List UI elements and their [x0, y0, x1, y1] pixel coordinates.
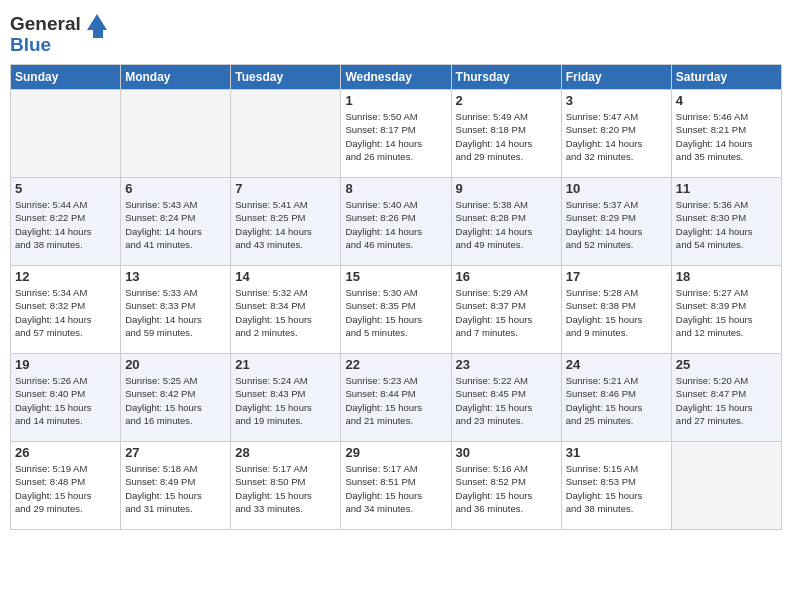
day-info: Sunrise: 5:23 AM Sunset: 8:44 PM Dayligh…	[345, 374, 446, 427]
day-number: 19	[15, 357, 116, 372]
day-info: Sunrise: 5:17 AM Sunset: 8:50 PM Dayligh…	[235, 462, 336, 515]
day-info: Sunrise: 5:50 AM Sunset: 8:17 PM Dayligh…	[345, 110, 446, 163]
day-info: Sunrise: 5:27 AM Sunset: 8:39 PM Dayligh…	[676, 286, 777, 339]
calendar-day-cell: 18Sunrise: 5:27 AM Sunset: 8:39 PM Dayli…	[671, 266, 781, 354]
day-info: Sunrise: 5:29 AM Sunset: 8:37 PM Dayligh…	[456, 286, 557, 339]
header: General Blue	[10, 10, 782, 56]
day-info: Sunrise: 5:36 AM Sunset: 8:30 PM Dayligh…	[676, 198, 777, 251]
calendar-day-cell: 4Sunrise: 5:46 AM Sunset: 8:21 PM Daylig…	[671, 90, 781, 178]
logo: General Blue	[10, 10, 111, 56]
calendar-day-cell: 19Sunrise: 5:26 AM Sunset: 8:40 PM Dayli…	[11, 354, 121, 442]
day-info: Sunrise: 5:47 AM Sunset: 8:20 PM Dayligh…	[566, 110, 667, 163]
calendar-day-cell: 12Sunrise: 5:34 AM Sunset: 8:32 PM Dayli…	[11, 266, 121, 354]
day-info: Sunrise: 5:25 AM Sunset: 8:42 PM Dayligh…	[125, 374, 226, 427]
day-info: Sunrise: 5:38 AM Sunset: 8:28 PM Dayligh…	[456, 198, 557, 251]
day-info: Sunrise: 5:16 AM Sunset: 8:52 PM Dayligh…	[456, 462, 557, 515]
day-number: 11	[676, 181, 777, 196]
day-number: 14	[235, 269, 336, 284]
day-number: 29	[345, 445, 446, 460]
day-number: 16	[456, 269, 557, 284]
calendar-day-cell: 7Sunrise: 5:41 AM Sunset: 8:25 PM Daylig…	[231, 178, 341, 266]
page: General Blue SundayMondayTuesdayWednesda…	[0, 0, 792, 612]
calendar-day-cell: 5Sunrise: 5:44 AM Sunset: 8:22 PM Daylig…	[11, 178, 121, 266]
logo-icon	[83, 10, 111, 38]
calendar-table: SundayMondayTuesdayWednesdayThursdayFrid…	[10, 64, 782, 530]
calendar-day-cell: 2Sunrise: 5:49 AM Sunset: 8:18 PM Daylig…	[451, 90, 561, 178]
day-info: Sunrise: 5:46 AM Sunset: 8:21 PM Dayligh…	[676, 110, 777, 163]
calendar-day-cell: 1Sunrise: 5:50 AM Sunset: 8:17 PM Daylig…	[341, 90, 451, 178]
calendar-day-cell: 3Sunrise: 5:47 AM Sunset: 8:20 PM Daylig…	[561, 90, 671, 178]
calendar-day-cell: 23Sunrise: 5:22 AM Sunset: 8:45 PM Dayli…	[451, 354, 561, 442]
day-number: 8	[345, 181, 446, 196]
day-number: 21	[235, 357, 336, 372]
day-number: 27	[125, 445, 226, 460]
day-info: Sunrise: 5:20 AM Sunset: 8:47 PM Dayligh…	[676, 374, 777, 427]
calendar-day-cell: 13Sunrise: 5:33 AM Sunset: 8:33 PM Dayli…	[121, 266, 231, 354]
day-number: 12	[15, 269, 116, 284]
day-number: 2	[456, 93, 557, 108]
calendar-day-cell: 16Sunrise: 5:29 AM Sunset: 8:37 PM Dayli…	[451, 266, 561, 354]
logo-general-text: General	[10, 13, 81, 35]
calendar-day-cell	[231, 90, 341, 178]
calendar-day-cell: 11Sunrise: 5:36 AM Sunset: 8:30 PM Dayli…	[671, 178, 781, 266]
day-info: Sunrise: 5:34 AM Sunset: 8:32 PM Dayligh…	[15, 286, 116, 339]
day-number: 28	[235, 445, 336, 460]
day-number: 3	[566, 93, 667, 108]
day-info: Sunrise: 5:33 AM Sunset: 8:33 PM Dayligh…	[125, 286, 226, 339]
calendar-day-cell: 17Sunrise: 5:28 AM Sunset: 8:38 PM Dayli…	[561, 266, 671, 354]
day-number: 30	[456, 445, 557, 460]
calendar-day-cell: 30Sunrise: 5:16 AM Sunset: 8:52 PM Dayli…	[451, 442, 561, 530]
day-info: Sunrise: 5:30 AM Sunset: 8:35 PM Dayligh…	[345, 286, 446, 339]
day-info: Sunrise: 5:44 AM Sunset: 8:22 PM Dayligh…	[15, 198, 116, 251]
day-number: 31	[566, 445, 667, 460]
day-header-tuesday: Tuesday	[231, 65, 341, 90]
calendar-day-cell: 14Sunrise: 5:32 AM Sunset: 8:34 PM Dayli…	[231, 266, 341, 354]
svg-marker-1	[93, 30, 103, 38]
day-number: 1	[345, 93, 446, 108]
day-header-friday: Friday	[561, 65, 671, 90]
day-number: 6	[125, 181, 226, 196]
day-info: Sunrise: 5:22 AM Sunset: 8:45 PM Dayligh…	[456, 374, 557, 427]
calendar-day-cell: 10Sunrise: 5:37 AM Sunset: 8:29 PM Dayli…	[561, 178, 671, 266]
calendar-week-row: 1Sunrise: 5:50 AM Sunset: 8:17 PM Daylig…	[11, 90, 782, 178]
day-info: Sunrise: 5:49 AM Sunset: 8:18 PM Dayligh…	[456, 110, 557, 163]
day-info: Sunrise: 5:26 AM Sunset: 8:40 PM Dayligh…	[15, 374, 116, 427]
day-header-monday: Monday	[121, 65, 231, 90]
day-info: Sunrise: 5:32 AM Sunset: 8:34 PM Dayligh…	[235, 286, 336, 339]
day-info: Sunrise: 5:21 AM Sunset: 8:46 PM Dayligh…	[566, 374, 667, 427]
day-info: Sunrise: 5:17 AM Sunset: 8:51 PM Dayligh…	[345, 462, 446, 515]
day-info: Sunrise: 5:24 AM Sunset: 8:43 PM Dayligh…	[235, 374, 336, 427]
day-info: Sunrise: 5:37 AM Sunset: 8:29 PM Dayligh…	[566, 198, 667, 251]
day-number: 10	[566, 181, 667, 196]
calendar-day-cell	[11, 90, 121, 178]
day-header-wednesday: Wednesday	[341, 65, 451, 90]
day-number: 24	[566, 357, 667, 372]
calendar-week-row: 19Sunrise: 5:26 AM Sunset: 8:40 PM Dayli…	[11, 354, 782, 442]
day-number: 5	[15, 181, 116, 196]
day-number: 25	[676, 357, 777, 372]
day-number: 26	[15, 445, 116, 460]
calendar-day-cell: 20Sunrise: 5:25 AM Sunset: 8:42 PM Dayli…	[121, 354, 231, 442]
day-info: Sunrise: 5:40 AM Sunset: 8:26 PM Dayligh…	[345, 198, 446, 251]
day-number: 23	[456, 357, 557, 372]
day-info: Sunrise: 5:28 AM Sunset: 8:38 PM Dayligh…	[566, 286, 667, 339]
calendar-day-cell	[671, 442, 781, 530]
day-info: Sunrise: 5:18 AM Sunset: 8:49 PM Dayligh…	[125, 462, 226, 515]
calendar-week-row: 5Sunrise: 5:44 AM Sunset: 8:22 PM Daylig…	[11, 178, 782, 266]
calendar-day-cell: 26Sunrise: 5:19 AM Sunset: 8:48 PM Dayli…	[11, 442, 121, 530]
day-header-thursday: Thursday	[451, 65, 561, 90]
day-info: Sunrise: 5:15 AM Sunset: 8:53 PM Dayligh…	[566, 462, 667, 515]
calendar-day-cell: 28Sunrise: 5:17 AM Sunset: 8:50 PM Dayli…	[231, 442, 341, 530]
day-number: 22	[345, 357, 446, 372]
day-number: 18	[676, 269, 777, 284]
day-number: 15	[345, 269, 446, 284]
day-number: 20	[125, 357, 226, 372]
calendar-week-row: 12Sunrise: 5:34 AM Sunset: 8:32 PM Dayli…	[11, 266, 782, 354]
day-info: Sunrise: 5:43 AM Sunset: 8:24 PM Dayligh…	[125, 198, 226, 251]
day-header-saturday: Saturday	[671, 65, 781, 90]
day-number: 7	[235, 181, 336, 196]
day-number: 9	[456, 181, 557, 196]
calendar-day-cell: 9Sunrise: 5:38 AM Sunset: 8:28 PM Daylig…	[451, 178, 561, 266]
svg-marker-0	[87, 14, 107, 30]
calendar-week-row: 26Sunrise: 5:19 AM Sunset: 8:48 PM Dayli…	[11, 442, 782, 530]
